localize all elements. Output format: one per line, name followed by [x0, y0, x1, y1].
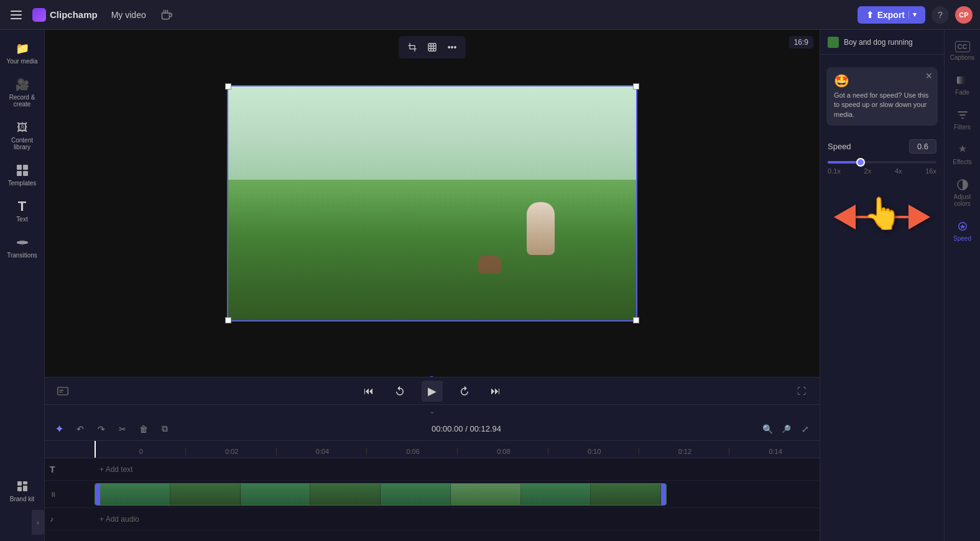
clip-handle-left[interactable] [95, 484, 100, 505]
speed-value[interactable]: 0.6 [909, 139, 936, 154]
svg-rect-11 [23, 486, 27, 491]
duplicate-button[interactable]: ⧉ [157, 421, 173, 437]
undo-button[interactable]: ↶ [72, 421, 88, 437]
zoom-out-button[interactable]: 🔍 [760, 421, 776, 437]
speed-mark-16x[interactable]: 16x [925, 167, 936, 175]
clip-frame [591, 484, 661, 505]
skip-forward-button[interactable]: ⏭ [486, 382, 505, 400]
sidebar-item-content-library[interactable]: 🖼 Contentlibrary [2, 115, 42, 155]
video-toolbar: ••• [399, 36, 466, 58]
help-button[interactable]: ? [931, 6, 949, 24]
clip-frame [170, 484, 241, 505]
add-audio-button[interactable]: + Add audio [95, 512, 144, 526]
audio-track-label: ♪ [45, 515, 95, 524]
playhead-line [95, 441, 96, 458]
fullscreen-button[interactable]: ⛶ [793, 383, 810, 399]
ruler-mark: 0:12 [639, 448, 729, 455]
video-track-label: ⏸ [45, 491, 95, 498]
resize-handle-bl[interactable] [225, 317, 231, 323]
sidebar-item-record-create[interactable]: 🎥 Record &create [2, 72, 42, 113]
sidebar-label-content-library: Contentlibrary [11, 137, 33, 150]
left-sidebar: 📁 Your media 🎥 Record &create 🖼 Contentl… [0, 30, 45, 541]
clip-frame [100, 484, 170, 505]
timeline-toolbar: ✦ ↶ ↷ ✂ 🗑 ⧉ 00:00.00 / 00:12.94 🔍 🔎 ⤢ [45, 417, 820, 441]
sidebar-item-text[interactable]: T Text [2, 194, 42, 228]
sidebar-expand-button[interactable]: › [32, 510, 44, 535]
ruler-mark: 0:10 [548, 448, 639, 455]
fr-item-adjust-colors[interactable]: Adjust colors [946, 173, 979, 212]
video-clip[interactable] [95, 483, 667, 506]
svg-rect-3 [17, 165, 22, 170]
menu-button[interactable] [7, 6, 25, 24]
sidebar-item-brand-kit[interactable]: Brand kit [2, 474, 42, 507]
clip-frames [100, 484, 661, 505]
save-icon[interactable] [160, 8, 173, 22]
sidebar-item-your-media[interactable]: 📁 Your media [2, 36, 42, 70]
skip-back-button[interactable]: ⏮ [359, 382, 378, 400]
transitions-icon [15, 235, 30, 250]
fr-item-captions[interactable]: CC Captions [946, 36, 979, 66]
tooltip-emoji: 🤩 [834, 73, 930, 88]
more-options-button[interactable]: ••• [443, 39, 461, 56]
play-button[interactable]: ▶ [422, 381, 443, 402]
arrow-left [834, 205, 856, 229]
speed-mark-01x[interactable]: 0.1x [828, 167, 841, 175]
ruler-marks: 0 0:02 0:04 0:06 0:08 0:10 0:12 0:14 [95, 448, 820, 455]
svg-rect-17 [957, 76, 968, 84]
sidebar-item-templates[interactable]: Templates [2, 158, 42, 192]
adjust-colors-icon [956, 178, 969, 192]
video-title[interactable]: My video [105, 7, 152, 22]
add-media-button[interactable]: ✦ [51, 421, 67, 437]
svg-rect-20 [961, 118, 964, 119]
speed-mark-4x[interactable]: 4x [895, 167, 902, 175]
timeline-collapse-button[interactable]: ⌄ [45, 405, 820, 417]
speed-slider-track [828, 161, 936, 164]
captions-toggle[interactable] [55, 383, 71, 399]
user-avatar[interactable]: CP [955, 6, 973, 24]
redo-button[interactable]: ↷ [93, 421, 109, 437]
delete-button[interactable]: 🗑 [136, 421, 152, 437]
tooltip-close-button[interactable]: ✕ [925, 71, 933, 81]
arrow-right [908, 205, 930, 229]
add-text-button[interactable]: + Add text [95, 463, 138, 476]
your-media-icon: 📁 [15, 41, 30, 56]
main-content: 📁 Your media 🎥 Record &create 🖼 Contentl… [0, 30, 980, 541]
fr-item-effects[interactable]: Effects [946, 138, 979, 170]
forward-button[interactable] [455, 382, 474, 400]
fr-item-fade[interactable]: Fade [946, 68, 979, 101]
logo-icon [32, 8, 46, 22]
ruler-mark: 0:08 [457, 448, 548, 455]
ruler-mark: 0 [95, 448, 185, 455]
far-right-sidebar: CC Captions Fade Filters [944, 30, 980, 541]
svg-rect-13 [428, 44, 436, 51]
video-content [228, 86, 636, 320]
speed-marks: 0.1x 2x 4x 16x [828, 167, 936, 175]
fr-label-fade: Fade [955, 89, 969, 96]
speed-slider-thumb[interactable] [856, 158, 865, 167]
text-icon: T [15, 199, 30, 214]
sidebar-item-transitions[interactable]: Transitions [2, 230, 42, 264]
sidebar-label-your-media: Your media [6, 58, 37, 65]
audio-track-content: + Add audio [95, 508, 820, 530]
speed-arrows-illustration: 👆 [828, 180, 936, 254]
fr-label-speed: Speed [953, 235, 971, 242]
crop-button[interactable] [404, 39, 421, 56]
fr-item-speed[interactable]: Speed [946, 215, 979, 247]
zoom-in-button[interactable]: 🔎 [779, 421, 795, 437]
resize-button[interactable] [423, 39, 441, 56]
clip-handle-right[interactable] [661, 484, 666, 505]
fr-item-filters[interactable]: Filters [946, 103, 979, 136]
resize-handle-tl[interactable] [225, 83, 231, 90]
resize-handle-br[interactable] [633, 317, 639, 323]
fit-timeline-button[interactable]: ⤢ [797, 421, 813, 437]
speed-slider[interactable]: 0.1x 2x 4x 16x [828, 161, 936, 175]
fr-label-captions: Captions [950, 54, 974, 61]
export-button[interactable]: ⬆ Export ▾ [858, 6, 925, 24]
speed-mark-2x[interactable]: 2x [864, 167, 872, 175]
speed-icon [956, 220, 969, 233]
tooltip-card: ✕ 🤩 Got a need for speed? Use this to sp… [826, 67, 938, 126]
resize-handle-tr[interactable] [633, 83, 639, 90]
rewind-button[interactable] [391, 382, 409, 400]
cut-button[interactable]: ✂ [114, 421, 131, 437]
logo-text: Clipchamp [50, 9, 98, 20]
